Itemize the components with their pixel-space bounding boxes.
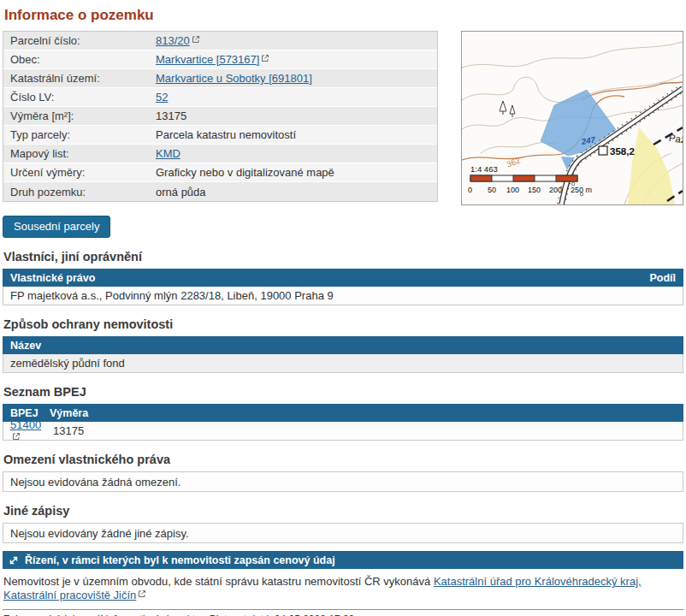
row-value: Graficky nebo v digitalizované mapě [156,166,437,179]
bpej-table-header: BPEJVýměra [3,404,683,422]
owner-name: FP majetková a.s., Podvinný mlýn 2283/18… [10,289,334,302]
row-label: Typ parcely: [10,128,156,141]
row-label: Výměra [m²]: [10,110,156,122]
row-label: Mapový list: [10,147,156,160]
owners-col-share-label: Podíl [649,272,676,284]
cadastral-area-link[interactable]: Markvartice u Sobotky [691801] [156,72,312,85]
table-row-lv-number: Číslo LV: 52 [3,88,437,107]
owners-table-header: Vlastnické právo Podíl [3,269,683,287]
parcel-info-page: Informace o pozemku Parcelní číslo: 813/… [0,0,686,616]
scale-tick-label: 250 m [571,186,592,194]
page-title: Informace o pozemku [4,7,683,24]
owner-row: FP majetková a.s., Podvinný mlýn 2283/18… [3,287,683,305]
other-entries-row: Nejsou evidovány žádné jiné zápisy. [3,523,683,543]
parcel-number-link[interactable]: 813/20 [156,34,190,47]
restrictions-value: Nejsou evidována žádná omezení. [10,476,180,489]
cadastral-map: 358,2 247 362 Paz 1:4 463 0 50 100 150 [462,32,683,204]
elevation-label: 358,2 [610,146,635,157]
row-value: 13175 [156,110,437,122]
row-label: Katastrální území: [10,72,156,85]
neighbor-parcels-button[interactable]: Sousední parcely [3,216,110,238]
expand-arrows-icon [9,555,19,566]
row-label: Číslo LV: [10,91,156,104]
table-row-map-sheet: Mapový list: KMD [3,145,437,163]
row-value: orná půda [156,186,437,198]
parcel-info-table: Parcelní číslo: 813/20 Obec: Markvartice… [3,31,438,202]
scale-tick-label: 50 [488,186,496,194]
other-entries-value: Nejsou evidovány žádné jiné zápisy. [10,527,189,540]
protection-value: zemědělský půdní fond [10,357,125,370]
table-row-cadastral-area: Katastrální území: Markvartice u Sobotky… [3,69,437,88]
external-link-icon [192,35,200,44]
jurisdiction-text: Nemovitost je v územním obvodu, kde stát… [3,575,683,602]
owners-heading: Vlastníci, jiní oprávnění [3,250,683,264]
protection-table-header: Název [3,336,683,354]
table-row-area-determination: Určení výměry: Graficky nebo v digitaliz… [3,163,437,182]
bpej-row: 51400 13175 [3,422,683,441]
proceedings-toggle-bar[interactable]: Řízení, v rámci kterých byl k nemovitost… [3,551,683,569]
row-label: Druh pozemku: [10,186,156,198]
table-row-area: Výměra [m²]: 13175 [3,107,437,126]
scale-tick-label: 100 [506,186,519,194]
restrictions-row: Nejsou evidována žádná omezení. [3,471,683,492]
row-label: Obec: [10,53,156,66]
row-label: Parcelní číslo: [10,34,156,47]
restrictions-heading: Omezení vlastnického práva [3,453,683,466]
lv-number-link[interactable]: 52 [156,91,168,104]
table-row-municipality: Obec: Markvartice [573167] [3,50,437,69]
protection-row: zemědělský půdní fond [3,354,683,373]
neighbor-parcel-yellow [628,127,675,204]
scale-tick-label: 0 [468,186,472,194]
table-row-land-type: Druh pozemku: orná půda [3,182,437,201]
owners-col-right-label: Vlastnické právo [10,272,95,284]
scale-ratio-label: 1:4 463 [470,164,498,174]
place-name-label: Paz [668,133,683,145]
tree-icon [500,101,515,117]
bpej-heading: Seznam BPEJ [3,385,683,399]
row-label: Určení výměry: [10,166,156,179]
external-link-icon [138,589,146,598]
contour-elevation-label: 362 [506,155,522,169]
jurisdiction-text-before: Nemovitost je v územním obvodu, kde stát… [3,575,434,588]
bpej-col-code-label: BPEJ [10,407,50,419]
map-panel[interactable]: 358,2 247 362 Paz 1:4 463 0 50 100 150 [461,31,683,205]
protection-col-label: Název [10,340,41,352]
external-link-icon [12,432,21,441]
scale-tick-label: 200 [549,186,562,194]
bpej-area-value: 13175 [53,424,84,437]
top-section: Parcelní číslo: 813/20 Obec: Markvartice… [3,31,683,205]
table-row-parcel-number: Parcelní číslo: 813/20 [3,32,437,50]
row-value: Parcela katastru nemovitostí [156,128,437,141]
municipality-link[interactable]: Markvartice [573167] [156,53,259,66]
bpej-col-area-label: Výměra [50,407,88,419]
footer-divider [3,609,683,610]
bpej-code-link[interactable]: 51400 [10,418,41,431]
other-entries-heading: Jiné zápisy [3,504,683,518]
elevation-point-symbol [599,146,607,155]
map-sheet-link[interactable]: KMD [156,147,180,160]
protection-heading: Způsob ochrany nemovitosti [3,317,683,331]
external-link-icon [261,54,269,62]
scale-tick-label: 150 [528,186,541,194]
table-row-parcel-type: Typ parcely: Parcela katastru nemovitost… [3,126,437,145]
proceedings-bar-label: Řízení, v rámci kterých byl k nemovitost… [25,554,335,566]
